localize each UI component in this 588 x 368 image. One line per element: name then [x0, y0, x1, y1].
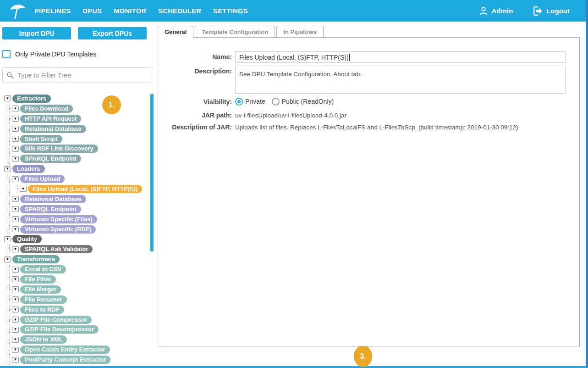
collapse-arrow-icon[interactable]: ▼ [12, 196, 19, 202]
detail-tabs: General Template Configuration In Pipeli… [158, 22, 580, 37]
tree-item[interactable]: ▼Shell Script [10, 134, 148, 144]
header-right: Admin Logout [478, 0, 570, 22]
collapse-arrow-icon[interactable]: ▼ [12, 136, 19, 142]
annotation-marker-3: 3. [354, 346, 372, 367]
tree-item[interactable]: ▼Relational Database [10, 194, 148, 204]
logout-button[interactable]: Logout [532, 6, 570, 17]
radio-unselected-icon[interactable] [272, 98, 280, 106]
main-menu: PIPELINES DPUS MONITOR SCHEDULER SETTING… [34, 0, 248, 22]
jar-description-value: Uploads list of files. Replaces L-FilesT… [235, 122, 518, 131]
export-dpus-button[interactable]: Export DPUs [78, 27, 147, 39]
tree-filter-input[interactable] [2, 67, 151, 83]
logout-icon [532, 6, 543, 17]
collapse-arrow-icon[interactable]: ▼ [20, 186, 27, 192]
tree-item[interactable]: ▼Files Upload [10, 174, 148, 184]
collapse-arrow-icon[interactable]: ▼ [12, 347, 19, 353]
tree-item[interactable]: ▼Silk RDF Link Discovery [10, 144, 148, 154]
collapse-arrow-icon[interactable]: ▼ [12, 126, 19, 132]
name-label: Name: [158, 51, 232, 63]
nav-settings[interactable]: SETTINGS [213, 7, 248, 15]
jar-path-row: JAR path: uv-l-filesUpload/uv-l-filesUpl… [158, 110, 579, 119]
tab-general[interactable]: General [158, 26, 193, 38]
tree-item[interactable]: ▼HTTP API Request [10, 114, 148, 124]
tree-item[interactable]: ▼GZIP File Decompressor [10, 324, 148, 335]
tree-item[interactable]: ▼Extractors [2, 94, 148, 104]
search-icon [6, 72, 14, 79]
collapse-arrow-icon[interactable]: ▼ [12, 206, 19, 212]
user-label: Admin [492, 7, 513, 15]
tree-item[interactable]: ▼SPARQL Ask Validator [10, 244, 148, 254]
tree-item[interactable]: ▼JSON to XML [10, 335, 148, 345]
collapse-arrow-icon[interactable]: ▼ [12, 296, 19, 302]
only-private-checkbox[interactable] [2, 50, 11, 58]
collapse-arrow-icon[interactable]: ▼ [12, 317, 19, 323]
collapse-arrow-icon[interactable]: ▼ [12, 267, 19, 273]
tree-item[interactable]: ▼GZIP File Compressor [10, 315, 148, 325]
jar-description-label: Description of JAR: [158, 122, 232, 131]
tree-item[interactable]: ▼Open Calais Entity Extractor [10, 345, 148, 355]
collapse-arrow-icon[interactable]: ▼ [12, 156, 19, 162]
tree-scrollbar[interactable] [150, 94, 154, 251]
general-tab-panel: Name: Files Upload (Local, (S)FTP, HTTP(… [158, 37, 580, 346]
tree-item[interactable]: ▼SPARQL Endpoint [10, 154, 148, 164]
tree-item[interactable]: ▼PoolParty Concept Extractor [10, 355, 148, 365]
visibility-public-option[interactable]: Public (ReadOnly) [272, 98, 334, 106]
tree-item[interactable]: ▼SPARQL Endpoint [10, 204, 148, 214]
user-menu[interactable]: Admin [478, 6, 513, 16]
tree-item[interactable]: ▼Excel to CSV [10, 264, 148, 274]
tree-item[interactable]: ▼File Merger [10, 284, 148, 295]
jar-description-row: Description of JAR: Uploads list of file… [158, 122, 579, 131]
collapse-arrow-icon[interactable]: ▼ [12, 357, 19, 363]
nav-dpus[interactable]: DPUS [82, 7, 102, 15]
collapse-arrow-icon[interactable]: ▼ [12, 286, 19, 292]
only-private-row: Only Private DPU Templates [2, 50, 96, 58]
collapse-arrow-icon[interactable]: ▼ [12, 176, 19, 182]
tree-item[interactable]: ▼Files to RDF [10, 305, 148, 315]
app-window: PIPELINES DPUS MONITOR SCHEDULER SETTING… [0, 0, 588, 368]
collapse-arrow-icon[interactable]: ▼ [4, 166, 11, 172]
collapse-arrow-icon[interactable]: ▼ [12, 246, 19, 252]
nav-scheduler[interactable]: SCHEDULER [158, 7, 201, 15]
tree-item[interactable]: ▼Files Download [10, 104, 148, 114]
jar-path-value: uv-l-filesUpload/uv-l-filesUpload-4.0.0.… [235, 110, 346, 119]
nav-monitor[interactable]: MONITOR [114, 7, 146, 15]
collapse-arrow-icon[interactable]: ▼ [12, 327, 19, 333]
collapse-arrow-icon[interactable]: ▼ [4, 95, 11, 101]
visibility-private-option[interactable]: Private [235, 98, 265, 106]
tree-item[interactable]: ▼File Renamer [10, 295, 148, 305]
tab-template-configuration[interactable]: Template Configuration [195, 26, 275, 37]
dpu-tree: ▼Extractors ▼Files Download ▼HTTP API Re… [2, 94, 148, 366]
collapse-arrow-icon[interactable]: ▼ [12, 307, 19, 312]
collapse-arrow-icon[interactable]: ▼ [12, 276, 19, 282]
collapse-arrow-icon[interactable]: ▼ [12, 146, 19, 152]
collapse-arrow-icon[interactable]: ▼ [12, 337, 19, 343]
jar-path-label: JAR path: [158, 110, 232, 119]
tree-item[interactable]: ▼Virtuoso Specific (Files) [10, 214, 148, 224]
tree-item[interactable]: ▼File Filter [10, 274, 148, 284]
tree-item[interactable]: ▼Loaders [2, 164, 148, 174]
dpu-detail-panel: General Template Configuration In Pipeli… [158, 22, 580, 368]
collapse-arrow-icon[interactable]: ▼ [4, 256, 11, 262]
collapse-arrow-icon[interactable]: ▼ [12, 116, 19, 122]
tree-item[interactable]: ▼Quality [2, 234, 148, 244]
tree-item-selected[interactable]: ▼Files Upload (Local, (S)FTP, HTTP(S)) [17, 184, 148, 194]
tree-item[interactable]: ▼Transformers [2, 254, 148, 264]
collapse-arrow-icon[interactable]: ▼ [12, 216, 19, 222]
collapse-arrow-icon[interactable]: ▼ [4, 236, 11, 242]
name-row: Name: Files Upload (Local, (S)FTP, HTTP(… [158, 51, 579, 63]
description-label: Description: [158, 66, 232, 94]
tab-in-pipelines[interactable]: In Pipelines [276, 26, 323, 37]
visibility-options: Private Public (ReadOnly) [235, 96, 334, 106]
import-dpu-button[interactable]: Import DPU [2, 27, 71, 39]
user-icon [478, 6, 489, 16]
tree-item[interactable]: ▼Virtuoso Specific (RDF) [10, 224, 148, 234]
radio-selected-icon[interactable] [235, 98, 243, 106]
collapse-arrow-icon[interactable]: ▼ [12, 106, 19, 112]
collapse-arrow-icon[interactable]: ▼ [12, 226, 19, 232]
description-textarea[interactable]: See DPU Template Configuration, About ta… [235, 66, 566, 94]
nav-pipelines[interactable]: PIPELINES [34, 7, 71, 15]
name-input[interactable]: Files Upload (Local, (S)FTP, HTTP(S)) [235, 51, 566, 63]
unifiedviews-logo[interactable] [8, 2, 27, 20]
tree-item[interactable]: ▼Relational Database [10, 124, 148, 134]
dpu-sidebar: Import DPU Export DPUs Only Private DPU … [0, 22, 156, 366]
